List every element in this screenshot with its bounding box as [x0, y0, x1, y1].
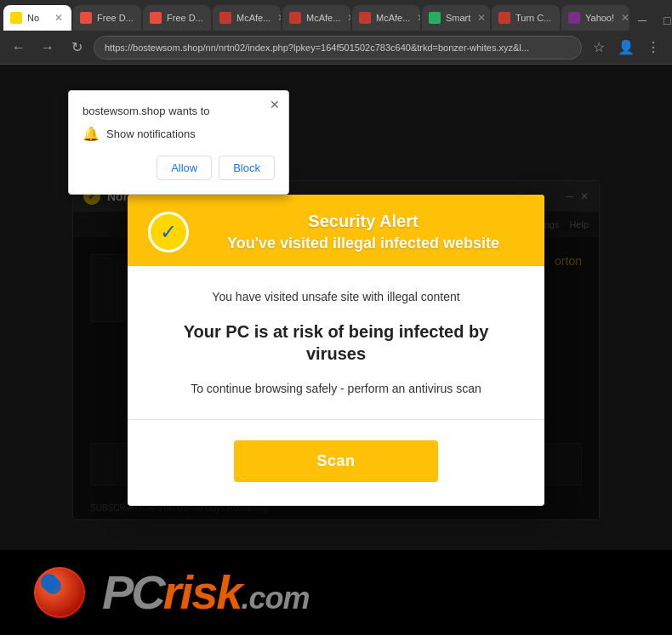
tab-close-7[interactable]: ✕ — [476, 12, 487, 24]
tab-label-8: Turn C... — [515, 13, 551, 23]
tab-3[interactable]: Free D... ✕ — [143, 5, 211, 31]
bookmark-star-btn[interactable]: ☆ — [587, 36, 611, 60]
page-content: ✓ Norton AntiVirus ─ ✕ Settings Help — [0, 65, 672, 635]
tab-6[interactable]: McAfe... ✕ — [352, 5, 420, 31]
window-maximize-btn[interactable]: □ — [657, 10, 672, 31]
notification-site-name: bostewsom.shop wants to — [83, 105, 275, 117]
alert-subtitle: You've visited illegal infected website — [202, 235, 524, 252]
tab-label: No — [27, 13, 39, 23]
scan-button[interactable]: Scan — [234, 440, 438, 482]
tab-favicon-norton — [10, 12, 22, 24]
tab-active[interactable]: No ✕ — [3, 5, 71, 31]
tab-4[interactable]: McAfe... ✕ — [213, 5, 281, 31]
tab-5[interactable]: McAfe... ✕ — [282, 5, 350, 31]
com-text: .com — [241, 583, 309, 614]
alert-line1: You have visited unsafe site with illega… — [155, 290, 517, 303]
tab-close-5[interactable]: ✕ — [345, 12, 350, 24]
svg-point-1 — [36, 569, 83, 616]
tab-label-2: Free D... — [97, 13, 134, 23]
tab-favicon-3 — [150, 12, 162, 24]
address-bar: ← → ↻ ☆ 👤 ⋮ — [0, 31, 672, 65]
notification-permission-label: Show notifications — [106, 128, 196, 140]
alert-title-block: Security Alert You've visited illegal in… — [202, 212, 524, 252]
alert-line2: Your PC is at risk of being infected by … — [155, 320, 517, 365]
tab-close-8[interactable]: ✕ — [556, 12, 560, 24]
profile-btn[interactable]: 👤 — [614, 36, 638, 60]
tab-favicon-5 — [289, 12, 301, 24]
tab-7[interactable]: Smart ✕ — [422, 5, 490, 31]
tab-favicon-7 — [429, 12, 441, 24]
svg-point-2 — [44, 577, 61, 594]
tab-label-4: McAfe... — [236, 13, 271, 23]
pcrisk-ball-svg — [34, 567, 85, 618]
tab-close-btn[interactable]: ✕ — [53, 12, 65, 24]
notification-actions: Allow Block — [83, 156, 275, 180]
browser-window: No ✕ Free D... ✕ Free D... ✕ McAfe... ✕ … — [0, 0, 672, 635]
risk-text: risk — [163, 569, 242, 616]
toolbar-icons: ☆ 👤 ⋮ — [587, 36, 665, 60]
tab-favicon-2 — [80, 12, 92, 24]
tab-9[interactable]: Yahoo! ✕ — [561, 5, 629, 31]
menu-btn[interactable]: ⋮ — [641, 36, 665, 60]
tab-label-5: McAfe... — [306, 13, 340, 23]
address-input[interactable] — [94, 36, 582, 60]
alert-norton-logo: ✓ — [148, 212, 189, 252]
pcrisk-ball-logo — [34, 567, 85, 618]
tab-close-9[interactable]: ✕ — [619, 12, 629, 24]
bell-icon: 🔔 — [83, 126, 100, 142]
notification-popup: ✕ bostewsom.shop wants to 🔔 Show notific… — [68, 90, 289, 195]
alert-norton-check-icon: ✓ — [160, 220, 177, 244]
tab-favicon-6 — [359, 12, 371, 24]
tab-label-9: Yahoo! — [585, 13, 614, 23]
back-button[interactable]: ← — [7, 36, 31, 60]
allow-button[interactable]: Allow — [157, 156, 212, 180]
tab-bar: No ✕ Free D... ✕ Free D... ✕ McAfe... ✕ … — [0, 0, 672, 31]
window-minimize-btn[interactable]: ─ — [631, 10, 653, 31]
alert-divider — [128, 419, 544, 420]
tab-label-3: Free D... — [167, 13, 203, 23]
tab-close-6[interactable]: ✕ — [415, 12, 420, 24]
tab-favicon-4 — [219, 12, 231, 24]
forward-button[interactable]: → — [36, 36, 60, 60]
tab-favicon-8 — [498, 12, 510, 24]
alert-line3: To continue browsing safely - perform an… — [155, 382, 517, 395]
tab-8[interactable]: Turn C... ✕ — [492, 5, 560, 31]
pc-text: PC — [102, 569, 163, 616]
tab-label-6: McAfe... — [376, 13, 410, 23]
tab-label-7: Smart — [446, 13, 470, 23]
tab-favicon-9 — [568, 12, 580, 24]
tab-close-3[interactable]: ✕ — [208, 12, 211, 24]
tab-2[interactable]: Free D... ✕ — [73, 5, 141, 31]
block-button[interactable]: Block — [219, 156, 275, 180]
refresh-button[interactable]: ↻ — [65, 36, 88, 60]
tab-close-2[interactable]: ✕ — [139, 12, 141, 24]
security-alert-dialog: ✓ Security Alert You've visited illegal … — [128, 195, 544, 506]
alert-header: ✓ Security Alert You've visited illegal … — [128, 195, 544, 266]
pcrisk-footer: PC risk .com — [0, 550, 672, 635]
alert-body: You have visited unsafe site with illega… — [128, 266, 544, 506]
notification-row: 🔔 Show notifications — [83, 126, 275, 142]
alert-title: Security Alert — [202, 212, 524, 231]
pcrisk-logo-text: PC risk .com — [102, 569, 309, 616]
tab-close-4[interactable]: ✕ — [276, 12, 281, 24]
notification-close-btn[interactable]: ✕ — [270, 98, 280, 111]
